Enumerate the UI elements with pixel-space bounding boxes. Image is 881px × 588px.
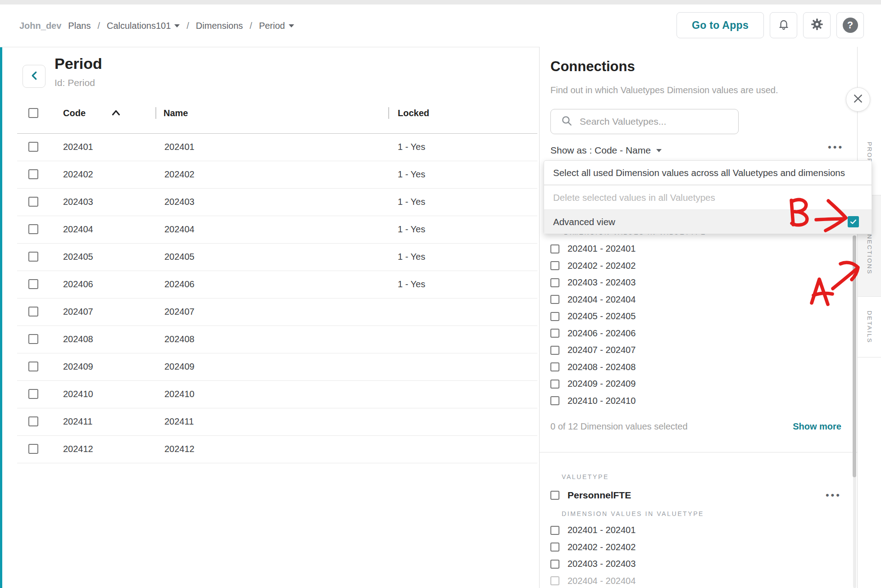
dimension-values-table: Code Name Locked 2024012024011 - Yes2024… [17, 104, 537, 463]
advanced-view-checkbox[interactable] [848, 216, 859, 227]
row-checkbox[interactable] [28, 169, 38, 179]
table-row[interactable]: 2024022024021 - Yes [17, 161, 537, 189]
value-label: 202403 - 202403 [568, 277, 636, 288]
table-row[interactable]: 2024052024051 - Yes [17, 244, 537, 271]
value-checkbox[interactable] [550, 329, 559, 338]
row-checkbox[interactable] [28, 416, 38, 426]
valuetype-overflow-menu-button[interactable]: ••• [826, 493, 841, 498]
panel-overflow-menu-button[interactable]: ••• [828, 145, 844, 149]
value-checkbox[interactable] [550, 543, 559, 552]
dimension-value-row[interactable]: 202407 - 202407 [550, 342, 803, 359]
value-label: 202406 - 202406 [568, 328, 636, 339]
table-row[interactable]: 2024032024031 - Yes [17, 189, 537, 216]
dimension-value-row[interactable]: 202404 - 202404 [550, 291, 803, 308]
table-row[interactable]: 2024042024041 - Yes [17, 216, 537, 244]
sort-ascending-icon[interactable] [112, 109, 120, 118]
row-checkbox[interactable] [28, 224, 38, 234]
dimension-value-row[interactable]: 202403 - 202403 [550, 556, 803, 573]
cell-locked: 1 - Yes [398, 279, 425, 289]
cell-name: 202411 [164, 416, 194, 427]
search-valuetypes-input[interactable]: Search Valuetypes... [550, 109, 739, 134]
chevron-down-icon [656, 149, 662, 152]
menu-item-advanced-view[interactable]: Advanced view [544, 209, 872, 234]
row-checkbox[interactable] [28, 444, 38, 454]
cell-name: 202401 [164, 142, 195, 152]
table-row[interactable]: 202412202412 [17, 436, 537, 463]
connections-panel-title: Connections [550, 59, 635, 75]
dimension-value-row[interactable]: 202409 - 202409 [550, 375, 803, 393]
show-more-link[interactable]: Show more [793, 421, 841, 432]
row-checkbox[interactable] [28, 307, 38, 317]
column-divider [155, 107, 156, 119]
value-checkbox[interactable] [550, 560, 559, 569]
value-checkbox[interactable] [550, 295, 559, 304]
value-label: 202410 - 202410 [568, 396, 636, 406]
breadcrumb-user[interactable]: John_dev [19, 21, 61, 31]
cell-code: 202411 [63, 416, 92, 427]
value-checkbox[interactable] [550, 261, 559, 270]
value-checkbox[interactable] [550, 380, 559, 389]
value-label: 202404 - 202404 [568, 576, 636, 586]
settings-button[interactable] [803, 12, 831, 38]
chevron-left-icon [30, 71, 38, 82]
cell-code: 202402 [63, 169, 93, 180]
dimension-value-row[interactable]: 202406 - 202406 [550, 325, 803, 342]
row-checkbox[interactable] [28, 197, 38, 207]
dimension-value-row[interactable]: 202405 - 202405 [550, 308, 803, 325]
row-checkbox[interactable] [28, 142, 38, 152]
breadcrumb-item-period[interactable]: Period [259, 21, 294, 31]
row-checkbox[interactable] [28, 279, 38, 289]
valuetype-checkbox[interactable] [550, 491, 559, 500]
tab-details[interactable]: DETAILS [858, 296, 881, 357]
table-row[interactable]: 202410202410 [17, 381, 537, 408]
breadcrumb-item-dimensions[interactable]: Dimensions [196, 21, 243, 31]
select-all-checkbox[interactable] [28, 108, 38, 118]
dimension-value-row[interactable]: 202408 - 202408 [550, 359, 803, 376]
go-to-apps-button[interactable]: Go to Apps [677, 12, 764, 38]
dimension-value-row[interactable]: 202410 - 202410 [550, 393, 803, 410]
dimension-value-row[interactable]: 202402 - 202402 [550, 539, 803, 556]
value-checkbox[interactable] [550, 396, 559, 405]
dimension-value-row[interactable]: 202404 - 202404 [550, 573, 803, 588]
value-checkbox[interactable] [550, 526, 559, 535]
help-button[interactable]: ? [836, 12, 864, 38]
table-row[interactable]: 202409202409 [17, 353, 537, 381]
row-checkbox[interactable] [28, 252, 38, 262]
close-panel-button[interactable] [846, 87, 870, 112]
breadcrumb-item-calculations101[interactable]: Calculations101 [107, 21, 180, 31]
breadcrumb-item-plans[interactable]: Plans [68, 21, 91, 31]
value-label: 202408 - 202408 [568, 362, 636, 372]
connections-panel-subtitle: Find out in which Valuetypes Dimension v… [550, 85, 778, 95]
table-row[interactable]: 202411202411 [17, 408, 537, 436]
column-header-code[interactable]: Code [63, 108, 86, 118]
show-as-dropdown[interactable]: Show as : Code - Name [550, 145, 662, 156]
notifications-button[interactable] [770, 12, 797, 38]
value-checkbox[interactable] [550, 312, 559, 321]
dimension-value-row[interactable]: 202401 - 202401 [550, 240, 803, 258]
breadcrumb-label: Dimensions [196, 21, 243, 31]
menu-item-select-all[interactable]: Select all used Dimension values across … [544, 161, 872, 185]
row-checkbox[interactable] [28, 362, 38, 371]
dimension-value-row[interactable]: 202403 - 202403 [550, 274, 803, 291]
dimension-value-row[interactable]: 202401 - 202401 [550, 522, 803, 539]
column-header-locked[interactable]: Locked [398, 108, 429, 118]
table-row[interactable]: 202408202408 [17, 326, 537, 353]
back-button[interactable] [23, 65, 45, 88]
value-checkbox[interactable] [550, 362, 559, 371]
table-row[interactable]: 2024062024061 - Yes [17, 271, 537, 299]
value-checkbox[interactable] [550, 244, 559, 253]
value-label: 202409 - 202409 [568, 379, 636, 389]
row-checkbox[interactable] [28, 334, 38, 344]
table-row[interactable]: 202407202407 [17, 299, 537, 326]
panel-scrollbar-thumb[interactable] [853, 235, 856, 477]
dimension-value-row[interactable]: 202402 - 202402 [550, 258, 803, 275]
value-checkbox[interactable] [550, 278, 559, 287]
value-checkbox[interactable] [550, 576, 559, 585]
row-checkbox[interactable] [28, 389, 38, 399]
breadcrumb-label: Calculations101 [107, 21, 171, 31]
table-row[interactable]: 2024012024011 - Yes [17, 134, 537, 161]
column-header-name[interactable]: Name [163, 108, 188, 118]
menu-item-label: Delete selected values in all Valuetypes [553, 192, 715, 203]
value-checkbox[interactable] [550, 346, 559, 355]
menu-item-label: Select all used Dimension values across … [553, 167, 845, 178]
